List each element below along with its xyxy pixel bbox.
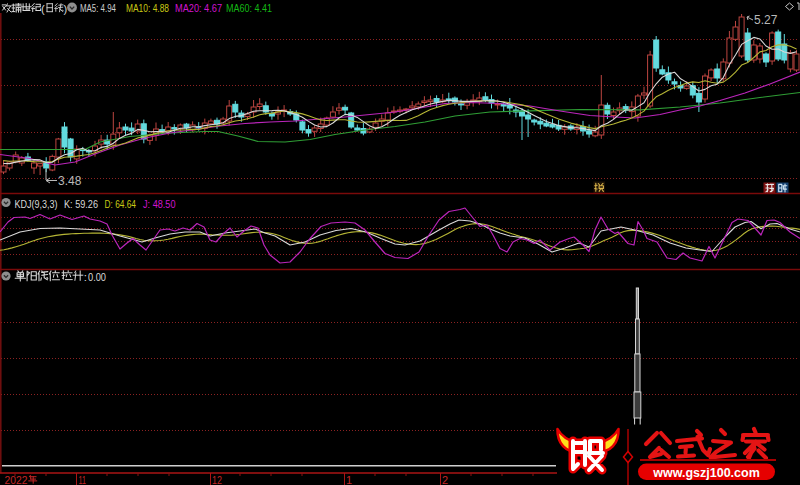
svg-text:11: 11 [79,474,87,485]
svg-text:KDJ(9,3,3): KDJ(9,3,3) [15,198,58,210]
svg-text:MA5: 4.94: MA5: 4.94 [80,3,116,14]
svg-text::: : [84,271,87,283]
svg-text:(: ( [41,3,45,15]
svg-text:2022: 2022 [5,474,28,485]
svg-text:K: 59.26: K: 59.26 [64,198,98,210]
svg-text:1: 1 [346,474,352,485]
svg-text:www.gszj100.com: www.gszj100.com [652,466,760,480]
svg-text:): ) [64,3,68,15]
svg-text:2: 2 [442,474,448,485]
svg-text:5.27: 5.27 [754,13,778,27]
svg-text:0.00: 0.00 [88,271,106,283]
svg-text:MA60: 4.41: MA60: 4.41 [226,3,272,14]
svg-text:12: 12 [212,474,222,485]
svg-text:MA10: 4.88: MA10: 4.88 [126,3,169,14]
svg-text:D: 64.64: D: 64.64 [105,198,137,210]
svg-text:MA20: 4.67: MA20: 4.67 [175,3,222,14]
svg-text:J: 48.50: J: 48.50 [143,198,176,210]
svg-text:3.48: 3.48 [58,174,82,188]
